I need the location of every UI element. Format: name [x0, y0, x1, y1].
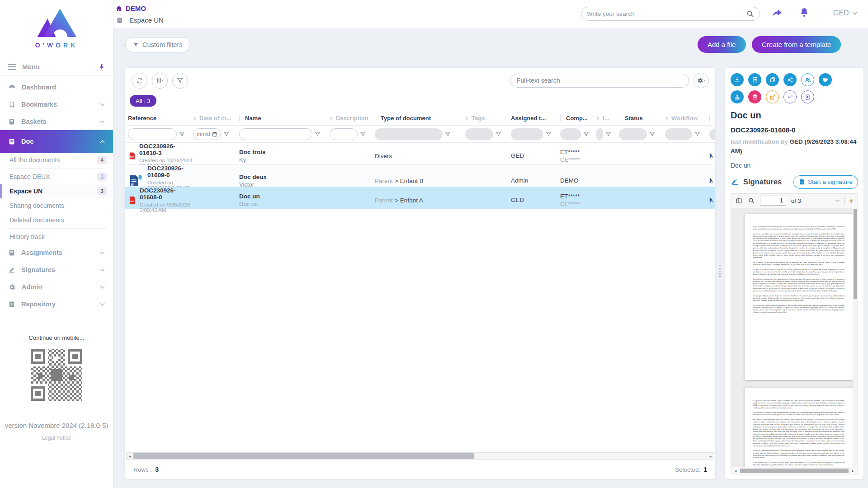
document-preview-button[interactable]: [801, 90, 814, 103]
funnel-icon[interactable]: [546, 131, 552, 137]
filter-name-input[interactable]: [239, 128, 312, 140]
filter-tags-select[interactable]: [465, 128, 493, 140]
menu-row[interactable]: Menu: [0, 58, 113, 76]
scroll-right-arrow[interactable]: ▸: [850, 467, 856, 474]
funnel-icon[interactable]: [179, 131, 185, 137]
pdf-vertical-scrollbar[interactable]: [853, 208, 858, 467]
share-button[interactable]: [771, 7, 783, 19]
breadcrumb-home[interactable]: DEMO: [115, 5, 146, 12]
filter-description-input[interactable]: [330, 128, 358, 140]
notifications-button[interactable]: [799, 6, 810, 19]
pdf-horizontal-scrollbar[interactable]: ◂ ▸: [731, 467, 858, 474]
sidebar-subitem-espace-un[interactable]: Espace UN 3: [0, 184, 113, 198]
funnel-icon[interactable]: [445, 131, 451, 137]
col-status[interactable]: Status: [619, 115, 665, 122]
funnel-icon[interactable]: [315, 131, 321, 137]
filter-reference-input[interactable]: [128, 128, 177, 140]
search-icon[interactable]: [746, 10, 754, 18]
scrollbar-thumb[interactable]: [854, 209, 857, 299]
share-button[interactable]: [783, 73, 797, 86]
table-settings-button[interactable]: [693, 73, 709, 88]
col-description[interactable]: Description: [330, 115, 375, 122]
viewer-sidebar-toggle-button[interactable]: [735, 197, 743, 204]
upload-version-button[interactable]: [748, 73, 761, 86]
sidebar-item-dashboard[interactable]: Dashboard: [0, 79, 113, 96]
create-from-template-button[interactable]: Create from a template: [752, 36, 841, 53]
open-external-button[interactable]: [766, 90, 779, 103]
sidebar-subitem-espace-deux[interactable]: Espace DEUX 1: [0, 169, 113, 184]
funnel-icon[interactable]: [605, 131, 611, 137]
filter-i-select[interactable]: [596, 128, 603, 140]
funnel-icon[interactable]: [694, 131, 700, 137]
assign-users-button[interactable]: [801, 73, 814, 86]
filter-y-select[interactable]: [709, 128, 715, 140]
columns-button[interactable]: [152, 73, 168, 89]
delete-button[interactable]: [748, 90, 761, 103]
funnel-icon[interactable]: [583, 131, 589, 137]
col-date-of-creation[interactable]: Date of cr...: [193, 115, 239, 122]
scrollbar-thumb[interactable]: [133, 453, 474, 459]
sidebar-item-admin[interactable]: Admin: [0, 278, 113, 296]
filter-workflow-select[interactable]: [665, 128, 692, 140]
table-row[interactable]: PDF DOC230926-01610-3 Created on 10/28/2…: [125, 143, 715, 165]
col-type-of-document[interactable]: Type of document: [375, 115, 465, 122]
sidebar-item-assignments[interactable]: Assignments: [0, 244, 113, 261]
favorite-button[interactable]: [819, 73, 832, 86]
zoom-in-button[interactable]: +: [849, 197, 854, 205]
sidebar-subitem-all-documents[interactable]: All the documents 4: [0, 153, 113, 167]
filter-type-select[interactable]: [375, 128, 443, 140]
sidebar-item-baskets[interactable]: Baskets: [0, 113, 113, 130]
table-row-selected[interactable]: PDF DOC230926-01608-0 Created on 9/26/20…: [125, 187, 715, 209]
panel-resize-handle[interactable]: [719, 265, 722, 277]
col-name[interactable]: Name: [239, 115, 330, 122]
stamp-button[interactable]: [731, 90, 744, 103]
pdf-pages-area[interactable]: Il y a aujourd'hui trois cent quarante-h…: [731, 208, 858, 467]
funnel-icon[interactable]: [223, 131, 229, 137]
col-assigned-to[interactable]: Assigned t...: [511, 115, 560, 122]
scroll-left-arrow[interactable]: ◂: [127, 453, 133, 460]
scroll-right-arrow[interactable]: ▸: [708, 453, 714, 460]
sidebar-item-bookmarks[interactable]: Bookmarks: [0, 96, 113, 113]
funnel-icon[interactable]: [360, 131, 366, 137]
filter-date-input[interactable]: mm/d: [193, 128, 221, 140]
col-company[interactable]: Comp...: [560, 115, 596, 122]
return-button[interactable]: [783, 90, 797, 103]
user-menu[interactable]: GED: [833, 9, 857, 17]
funnel-icon[interactable]: [495, 131, 501, 137]
pin-icon[interactable]: [99, 63, 105, 70]
funnel-icon[interactable]: [649, 131, 655, 137]
global-search-input[interactable]: [587, 10, 746, 17]
scrollbar-thumb[interactable]: [740, 469, 849, 473]
viewer-page-input[interactable]: [760, 196, 786, 206]
sidebar-subitem-sharing-documents[interactable]: Sharing documents: [0, 198, 113, 213]
sidebar-item-repository[interactable]: Repository: [0, 296, 113, 313]
download-button[interactable]: [731, 73, 744, 86]
filter-status-select[interactable]: [619, 128, 647, 140]
custom-filters-button[interactable]: Custom filters: [125, 37, 190, 52]
zoom-out-button[interactable]: −: [835, 197, 840, 205]
refresh-button[interactable]: [132, 73, 147, 89]
start-signature-button[interactable]: Start a signature: [793, 175, 858, 189]
viewer-search-button[interactable]: [748, 197, 755, 204]
breadcrumb-space[interactable]: Espace UN: [116, 16, 164, 24]
col-i[interactable]: I...: [596, 115, 619, 122]
copy-button[interactable]: [766, 73, 779, 86]
filter-assigned-select[interactable]: [511, 128, 543, 140]
filter-company-select[interactable]: [560, 128, 581, 140]
col-workflow[interactable]: Workflow: [665, 115, 709, 122]
legal-notice-link[interactable]: Legal notice: [42, 435, 71, 441]
sidebar-item-signatures[interactable]: Signatures: [0, 261, 113, 278]
table-horizontal-scrollbar[interactable]: ◂ ▸: [126, 452, 714, 460]
scroll-left-arrow[interactable]: ◂: [732, 467, 739, 474]
col-y[interactable]: Y...: [709, 115, 715, 122]
sidebar-subitem-deleted-documents[interactable]: Deleted documents: [0, 213, 113, 227]
all-count-pill[interactable]: All : 3: [130, 95, 156, 107]
col-tags[interactable]: Tags: [465, 115, 511, 122]
add-file-button[interactable]: Add a file: [698, 36, 746, 53]
filter-button[interactable]: [172, 73, 188, 89]
sidebar-subitem-history-track[interactable]: History track: [0, 230, 113, 244]
fulltext-search-input[interactable]: [517, 77, 682, 84]
hamburger-icon[interactable]: [8, 64, 16, 70]
table-row[interactable]: W DOC230926-01609-0 Created on 9/26/2023…: [125, 165, 715, 187]
col-reference[interactable]: Reference: [128, 115, 193, 122]
